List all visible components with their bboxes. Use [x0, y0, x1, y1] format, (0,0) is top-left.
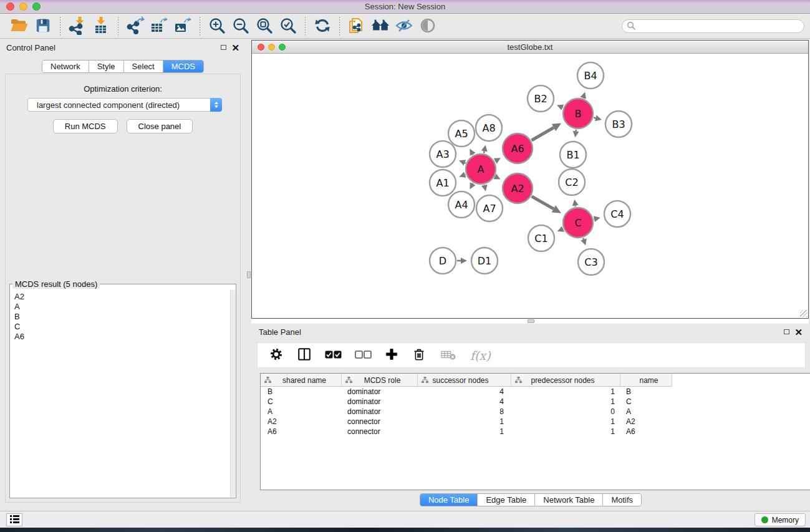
show-panel-button[interactable] — [417, 16, 438, 37]
graph-edge[interactable] — [484, 151, 485, 153]
tab-select[interactable]: Select — [123, 60, 163, 72]
table-row[interactable]: Bdominator41B — [261, 387, 810, 397]
save-session-button[interactable] — [32, 16, 54, 37]
window-controls[interactable] — [6, 2, 41, 11]
graph-node-A6[interactable]: A6 — [503, 133, 533, 163]
refresh-button[interactable] — [312, 16, 333, 37]
table-cell[interactable]: 1 — [511, 387, 620, 396]
mcds-result-item[interactable]: A2 — [14, 292, 230, 302]
table-cell[interactable]: 1 — [511, 417, 620, 426]
table-cell[interactable]: B — [620, 387, 672, 396]
column-header-predecessor-nodes[interactable]: predecessor nodes — [511, 374, 620, 387]
horizontal-splitter-handle[interactable] — [528, 319, 534, 323]
graph-node-A3[interactable]: A3 — [430, 141, 456, 167]
table-row[interactable]: A6connector11A6 — [261, 427, 810, 437]
close-panel-icon[interactable]: ✕ — [794, 329, 803, 335]
graph-node-A[interactable]: A — [466, 154, 496, 184]
column-header-name[interactable]: name — [620, 374, 672, 387]
graph-node-B4[interactable]: B4 — [577, 62, 604, 89]
vertical-splitter-handle[interactable] — [247, 271, 251, 278]
table-body[interactable]: Bdominator41BCdominator41CAdominator80AA… — [261, 387, 810, 437]
mcds-list-scrollbar[interactable] — [230, 290, 235, 497]
graph-node-B2[interactable]: B2 — [528, 85, 554, 112]
graph-node-B1[interactable]: B1 — [560, 142, 586, 168]
tab-node-table[interactable]: Node Table — [420, 494, 478, 506]
table-row[interactable]: A2connector11A2 — [261, 417, 810, 427]
graph-edge[interactable] — [594, 118, 595, 118]
table-cell[interactable]: 4 — [418, 387, 511, 396]
zoom-selected-button[interactable] — [277, 16, 299, 37]
column-header-MCDS-role[interactable]: MCDS role — [342, 374, 418, 387]
table-cell[interactable]: 4 — [418, 397, 511, 406]
mcds-result-item[interactable]: C — [14, 322, 230, 332]
minimize-window-button[interactable] — [19, 2, 27, 11]
table-cell[interactable]: dominator — [342, 407, 418, 416]
table-row[interactable]: Cdominator41C — [261, 397, 810, 407]
table-cell[interactable]: 8 — [418, 407, 511, 416]
graph-node-C4[interactable]: C4 — [604, 201, 630, 227]
table-settings-button[interactable] — [269, 347, 284, 364]
table-cell[interactable]: A — [261, 407, 342, 416]
delete-table-button[interactable] — [440, 347, 457, 363]
graph-edge[interactable] — [465, 163, 465, 163]
export-network-button[interactable] — [125, 16, 146, 37]
minimize-network-button[interactable] — [268, 44, 275, 51]
close-network-button[interactable] — [258, 44, 264, 51]
graph-node-C[interactable]: C — [563, 208, 593, 238]
column-header-shared-name[interactable]: shared name — [261, 374, 342, 387]
table-cell[interactable]: 0 — [511, 407, 620, 416]
mcds-result-item[interactable]: A6 — [14, 332, 230, 342]
graph-node-D[interactable]: D — [430, 248, 456, 274]
close-panel-icon[interactable]: ✕ — [231, 45, 239, 51]
clone-network-button[interactable] — [346, 16, 367, 37]
graph-node-A5[interactable]: A5 — [448, 120, 475, 147]
float-panel-icon[interactable] — [221, 45, 226, 50]
graph-edge[interactable] — [532, 127, 554, 140]
table-cell[interactable]: 1 — [511, 427, 620, 436]
optimization-criterion-dropdown[interactable]: largest connected component (directed) — [27, 98, 222, 112]
graph-node-C3[interactable]: C3 — [578, 249, 604, 275]
home-networks-button[interactable] — [370, 16, 391, 37]
graph-node-C2[interactable]: C2 — [559, 169, 585, 195]
table-cell[interactable]: C — [620, 397, 672, 406]
table-cell[interactable]: 1 — [418, 417, 511, 426]
add-row-button[interactable] — [385, 347, 398, 363]
close-window-button[interactable] — [6, 2, 14, 11]
task-history-button[interactable] — [6, 513, 22, 526]
select-all-button[interactable] — [325, 351, 342, 360]
graph-node-B[interactable]: B — [563, 99, 593, 128]
deselect-all-button[interactable] — [355, 351, 372, 360]
export-table-button[interactable] — [148, 16, 170, 37]
table-cell[interactable]: A — [620, 407, 672, 416]
resize-grip-icon[interactable] — [800, 310, 808, 317]
table-cell[interactable]: connector — [342, 427, 418, 436]
table-cell[interactable]: dominator — [342, 397, 418, 406]
graph-node-A1[interactable]: A1 — [430, 170, 456, 196]
search-input[interactable] — [638, 21, 804, 32]
tab-style[interactable]: Style — [89, 60, 123, 72]
table-row[interactable]: Adominator80A — [261, 407, 810, 417]
table-cell[interactable]: 1 — [418, 427, 511, 436]
show-column-button[interactable] — [297, 347, 312, 364]
hide-panels-button[interactable] — [393, 16, 415, 37]
table-cell[interactable]: B — [261, 387, 342, 396]
network-window-controls[interactable] — [258, 44, 286, 51]
mcds-result-item[interactable]: B — [14, 312, 230, 322]
table-header-row[interactable]: shared nameMCDS rolesuccessor nodesprede… — [261, 374, 672, 387]
node-table[interactable]: shared nameMCDS rolesuccessor nodesprede… — [260, 373, 810, 490]
network-graph[interactable]: B4B2B3A5A8A3B1A1C2A4A7C4C1DD1C3BA6AA2C — [252, 54, 808, 318]
graph-edge[interactable] — [532, 196, 554, 209]
delete-row-button[interactable] — [412, 347, 427, 364]
zoom-window-button[interactable] — [32, 2, 41, 11]
graph-node-C1[interactable]: C1 — [528, 225, 554, 251]
column-header-successor-nodes[interactable]: successor nodes — [418, 374, 511, 387]
zoom-in-button[interactable] — [206, 16, 228, 37]
tab-network-table[interactable]: Network Table — [534, 494, 602, 506]
network-canvas[interactable]: B4B2B3A5A8A3B1A1C2A4A7C4C1DD1C3BA6AA2C — [252, 54, 808, 318]
graph-node-A4[interactable]: A4 — [448, 191, 475, 218]
table-cell[interactable]: 1 — [511, 397, 620, 406]
zoom-fit-button[interactable] — [254, 16, 275, 37]
network-window-titlebar[interactable]: testGlobe.txt — [252, 41, 808, 54]
memory-button[interactable]: Memory — [755, 513, 806, 526]
tab-network[interactable]: Network — [42, 60, 89, 72]
